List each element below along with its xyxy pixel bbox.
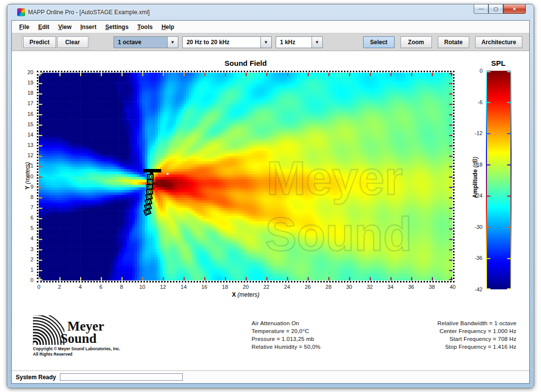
minimize-icon: —	[479, 6, 484, 12]
frequency-info-line: Stop Frequency = 1.416 Hz	[407, 343, 516, 351]
x-tick-label: 4	[73, 284, 87, 290]
window-title: MAPP Online Pro - [AutoSTAGE Example.xml…	[28, 9, 150, 16]
y-tick-label: 14	[19, 132, 33, 138]
y-tick-label: 19	[19, 80, 33, 85]
y-tick-label: 0	[19, 277, 33, 283]
x-tick-label: 24	[280, 284, 294, 290]
y-tick-label: 10	[19, 173, 33, 179]
predict-group: Predict Clear	[22, 35, 90, 50]
logo-wordmark: Meyer Sound	[67, 320, 104, 345]
colorbar-tick-label: -12	[466, 130, 483, 136]
x-tick-label: 32	[363, 284, 377, 290]
x-tick-label: 2	[52, 284, 67, 290]
menu-insert[interactable]: Insert	[76, 22, 101, 32]
chart-title: Sound Field	[37, 59, 455, 67]
toolbar: Predict Clear 1 octave▼20 Hz to 20 kHz▼1…	[12, 33, 529, 51]
frequency-info: Relative Bandwidth = 1 octaveCenter Freq…	[407, 319, 516, 351]
y-tick-label: 2	[19, 256, 33, 262]
colorbar-axis-label: Amplitude (dB)	[472, 145, 479, 209]
colorbar-title: SPL	[477, 59, 520, 67]
colorbar-tick-label: -42	[466, 286, 483, 292]
combo-value: 1 kHz	[276, 37, 312, 48]
architecture-button[interactable]: Architecture	[475, 36, 523, 48]
y-tick-label: 15	[19, 121, 33, 127]
logo-rights: All Rights Reserved	[33, 352, 146, 357]
status-bar: System Ready	[12, 370, 529, 383]
y-tick-label: 12	[19, 152, 33, 158]
combo-value: 20 Hz to 20 kHz	[183, 37, 260, 48]
chevron-down-icon[interactable]: ▼	[312, 37, 322, 48]
close-icon: ✕	[513, 6, 516, 12]
environment-info-line: Relative Humidity = 50,0%	[252, 343, 320, 351]
colorbar-tick-label: 0	[466, 68, 483, 74]
mode-group: SelectZoomRotateArchitecture	[363, 36, 523, 48]
sound-field-heatmap[interactable]	[39, 73, 453, 280]
menu-tools[interactable]: Tools	[133, 22, 157, 32]
chevron-down-icon[interactable]: ▼	[260, 37, 271, 48]
rotate-button[interactable]: Rotate	[438, 36, 469, 48]
window-controls: — ▢ ✕	[474, 4, 526, 14]
frequency-range-combo[interactable]: 20 Hz to 20 kHz▼	[182, 36, 272, 48]
clear-button[interactable]: Clear	[57, 36, 88, 48]
x-tick-label: 14	[176, 284, 191, 290]
app-icon	[17, 8, 25, 16]
y-tick-label: 17	[19, 100, 33, 106]
close-button[interactable]: ✕	[503, 4, 526, 14]
x-tick-label: 38	[425, 284, 439, 290]
x-tick-label: 0	[31, 284, 46, 290]
y-tick-label: 11	[19, 163, 33, 168]
minimize-button[interactable]: —	[474, 4, 488, 14]
menu-edit[interactable]: Edit	[34, 22, 54, 32]
combo-group: 1 octave▼20 Hz to 20 kHz▼1 kHz▼	[110, 36, 323, 48]
menu-file[interactable]: File	[15, 22, 34, 32]
x-tick-label: 30	[342, 284, 357, 290]
environment-info-line: Temperature = 20,0°C	[252, 327, 320, 335]
y-tick-label: 4	[19, 235, 33, 241]
predict-button[interactable]: Predict	[23, 36, 56, 48]
colorbar-tick-label: -36	[466, 255, 483, 261]
spl-colorbar	[486, 71, 512, 289]
client-area: FileEditViewInsertSettingsToolsHelp Pred…	[11, 20, 530, 384]
x-axis-label: X (meters)	[37, 291, 455, 298]
environment-info: Air Attenuation OnTemperature = 20,0°CPr…	[252, 319, 320, 351]
app-window: MAPP Online Pro - [AutoSTAGE Example.xml…	[7, 4, 534, 388]
y-tick-label: 7	[19, 204, 33, 210]
zoom-button[interactable]: Zoom	[400, 36, 432, 48]
x-tick-label: 40	[445, 284, 460, 290]
colorbar-tick-label: -6	[466, 99, 483, 105]
y-tick-label: 20	[19, 69, 33, 75]
menu-help[interactable]: Help	[157, 22, 179, 32]
frequency-info-line: Center Frequency = 1.000 Hz	[407, 327, 516, 335]
bandwidth-combo[interactable]: 1 octave▼	[114, 36, 178, 48]
x-tick-label: 18	[218, 284, 232, 290]
frequency-info-line: Relative Bandwidth = 1 octave	[407, 319, 516, 327]
x-tick-label: 28	[321, 284, 336, 290]
center-frequency-combo[interactable]: 1 kHz▼	[276, 36, 323, 48]
combo-value: 1 octave	[114, 37, 167, 48]
x-tick-label: 12	[156, 284, 171, 290]
menu-view[interactable]: View	[54, 22, 76, 32]
y-tick-label: 13	[19, 142, 33, 148]
title-bar[interactable]: MAPP Online Pro - [AutoSTAGE Example.xml…	[11, 4, 530, 20]
x-tick-label: 36	[404, 284, 419, 290]
x-tick-label: 26	[300, 284, 315, 290]
colorbar-tick-label: -30	[466, 224, 483, 230]
meyer-sound-logo: Meyer Sound Copyright © Meyer Sound Labo…	[33, 315, 146, 357]
x-tick-label: 34	[383, 284, 398, 290]
chevron-down-icon[interactable]: ▼	[167, 37, 178, 48]
maximize-icon: ▢	[493, 6, 498, 12]
y-tick-label: 18	[19, 90, 33, 96]
select-button[interactable]: Select	[363, 36, 395, 48]
menu-settings[interactable]: Settings	[101, 22, 133, 32]
y-tick-label: 8	[19, 194, 33, 200]
y-tick-label: 6	[19, 215, 33, 221]
environment-info-line: Air Attenuation On	[252, 319, 320, 327]
x-tick-label: 8	[114, 284, 129, 290]
y-tick-label: 5	[19, 225, 33, 231]
colorbar-tick-label: -24	[466, 193, 483, 198]
y-tick-label: 1	[19, 267, 33, 273]
x-tick-label: 10	[135, 284, 150, 290]
maximize-button[interactable]: ▢	[488, 4, 503, 14]
x-tick-label: 20	[238, 284, 253, 290]
menu-bar: FileEditViewInsertSettingsToolsHelp	[12, 21, 529, 33]
